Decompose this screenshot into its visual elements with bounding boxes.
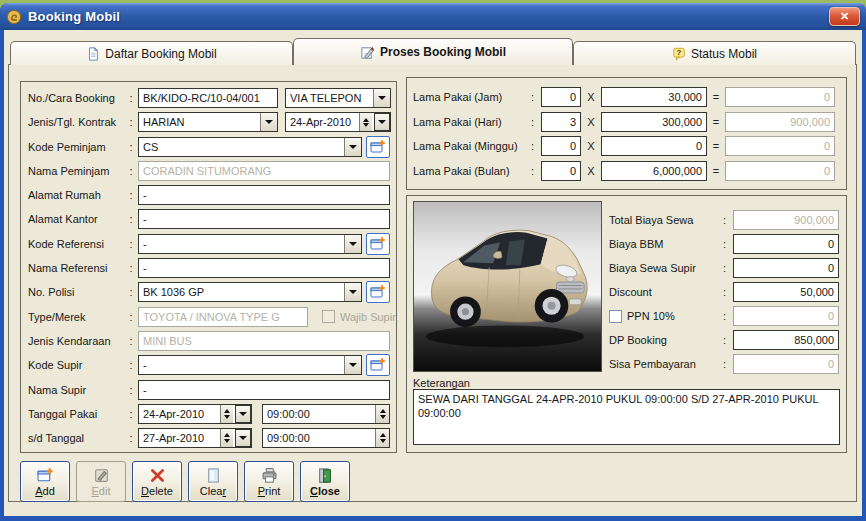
lama-pakai-group: Lama Pakai (Jam) : 0 X 30,000 = 0 Lama P…: [406, 77, 847, 190]
lama-bulan-qty-value: 0: [570, 165, 576, 177]
lama-jam-rate-input[interactable]: 30,000: [601, 87, 707, 107]
no-polisi-value: BK 1036 GP: [143, 286, 344, 298]
date-spinner[interactable]: [220, 429, 233, 447]
jenis-kontrak-select[interactable]: HARIAN: [138, 112, 278, 132]
colon: :: [124, 213, 138, 225]
lama-pakai-hari-label: Lama Pakai (Hari): [413, 116, 531, 128]
dropdown-arrow-button[interactable]: [344, 283, 361, 301]
alamat-kantor-label: Alamat Kantor: [28, 213, 124, 225]
time-spinner[interactable]: [375, 429, 389, 447]
edit-icon: [92, 467, 111, 484]
alamat-kantor-input[interactable]: -: [138, 209, 390, 229]
no-polisi-new-button[interactable]: [366, 281, 390, 303]
ppn-label: PPN 10%: [627, 310, 675, 322]
lama-bulan-rate-input[interactable]: 6,000,000: [601, 161, 707, 181]
lama-hari-rate-input[interactable]: 300,000: [601, 112, 707, 132]
biaya-bbm-label: Biaya BBM: [609, 238, 663, 250]
lama-bulan-subtotal-value: 0: [824, 165, 830, 177]
dropdown-arrow-button[interactable]: [344, 138, 361, 156]
equals-symbol: =: [707, 165, 725, 177]
print-button[interactable]: Print: [244, 461, 294, 502]
lama-minggu-rate-input[interactable]: 0: [601, 136, 707, 156]
kode-referensi-new-button[interactable]: [366, 233, 390, 255]
kode-peminjam-new-button[interactable]: [366, 136, 390, 158]
lama-jam-qty-input[interactable]: 0: [541, 87, 581, 107]
lama-pakai-bulan-label: Lama Pakai (Bulan): [413, 165, 531, 177]
sd-tanggal-time-value: 09:00:00: [267, 432, 375, 444]
discount-value: 50,000: [800, 286, 834, 298]
tab-status-mobil[interactable]: ? Status Mobil: [573, 41, 856, 65]
type-merek-label: Type/Merek: [28, 311, 124, 323]
nama-supir-input[interactable]: -: [138, 380, 390, 400]
delete-button[interactable]: Delete: [132, 461, 182, 502]
discount-input[interactable]: 50,000: [733, 282, 839, 302]
nama-referensi-input[interactable]: -: [138, 258, 390, 278]
colon: :: [124, 359, 138, 371]
type-merek-input: TOYOTA / INNOVA TYPE G: [138, 307, 308, 327]
alamat-rumah-input[interactable]: -: [138, 185, 390, 205]
date-dropdown-button[interactable]: [374, 113, 390, 131]
lama-minggu-qty-input[interactable]: 0: [541, 136, 581, 156]
lama-jam-rate-value: 30,000: [668, 91, 702, 103]
wajib-supir-checkbox: [322, 310, 335, 323]
add-icon: [36, 467, 55, 484]
title-bar: Booking Mobil ✕: [0, 3, 866, 30]
biaya-bbm-input[interactable]: 0: [733, 234, 839, 254]
kode-supir-select[interactable]: -: [138, 355, 362, 375]
sd-tanggal-label: s/d Tanggal: [28, 432, 124, 444]
add-button[interactable]: Add: [20, 461, 70, 502]
clear-page-icon: [204, 467, 223, 484]
lama-minggu-subtotal-value: 0: [824, 140, 830, 152]
dropdown-arrow-button[interactable]: [344, 235, 361, 253]
kode-referensi-select[interactable]: -: [138, 234, 362, 254]
kode-supir-new-button[interactable]: [366, 354, 390, 376]
colon: :: [531, 116, 541, 128]
lama-pakai-jam-label: Lama Pakai (Jam): [413, 91, 531, 103]
jenis-kendaraan-label: Jenis Kendaraan: [28, 335, 124, 347]
kode-supir-label: Kode Supir: [28, 359, 124, 371]
lama-hari-subtotal-field: 900,000: [725, 112, 835, 132]
kontrak-date-picker[interactable]: 24-Apr-2010: [285, 112, 391, 132]
tab-proses-booking-mobil[interactable]: Proses Booking Mobil: [293, 38, 573, 65]
date-spinner[interactable]: [220, 405, 233, 423]
ppn-value: 0: [828, 310, 834, 322]
lama-bulan-qty-input[interactable]: 0: [541, 161, 581, 181]
dropdown-arrow-button[interactable]: [373, 89, 390, 107]
equals-symbol: =: [707, 140, 725, 152]
time-spinner[interactable]: [375, 405, 389, 423]
lama-minggu-rate-value: 0: [696, 140, 702, 152]
close-button-toolbar[interactable]: Close: [300, 461, 350, 502]
dropdown-arrow-button[interactable]: [260, 113, 277, 131]
ppn-checkbox[interactable]: [609, 310, 622, 323]
nama-peminjam-label: Nama Peminjam: [28, 165, 124, 177]
kode-peminjam-label: Kode Peminjam: [28, 141, 124, 153]
multiply-symbol: X: [581, 91, 601, 103]
close-button[interactable]: ✕: [829, 7, 860, 26]
tanggal-pakai-date-picker[interactable]: 24-Apr-2010: [138, 404, 252, 424]
date-dropdown-button[interactable]: [235, 405, 251, 423]
multiply-symbol: X: [581, 140, 601, 152]
biaya-sewa-supir-input[interactable]: 0: [733, 258, 839, 278]
kode-peminjam-select[interactable]: CS: [138, 137, 362, 157]
colon: :: [531, 165, 541, 177]
dropdown-arrow-button[interactable]: [344, 356, 361, 374]
tanggal-pakai-time-value: 09:00:00: [267, 408, 375, 420]
total-biaya-sewa-field: 900,000: [733, 210, 839, 230]
sd-tanggal-date-picker[interactable]: 27-Apr-2010: [138, 428, 252, 448]
ppn-field: 0: [733, 306, 839, 326]
date-dropdown-button[interactable]: [235, 429, 251, 447]
tanggal-pakai-time-input[interactable]: 09:00:00: [262, 404, 390, 424]
lama-hari-qty-input[interactable]: 3: [541, 112, 581, 132]
clear-button[interactable]: Clear: [188, 461, 238, 502]
no-polisi-select[interactable]: BK 1036 GP: [138, 282, 362, 302]
booking-number-input[interactable]: BK/KIDO-RC/10-04/001: [138, 88, 278, 108]
tanggal-pakai-label: Tanggal Pakai: [28, 408, 124, 420]
dp-booking-input[interactable]: 850,000: [733, 330, 839, 350]
total-biaya-sewa-label: Total Biaya Sewa: [609, 214, 693, 226]
tab-daftar-booking-mobil[interactable]: Daftar Booking Mobil: [10, 41, 293, 65]
date-spinner[interactable]: [359, 113, 372, 131]
keterangan-textarea[interactable]: SEWA DARI TANGGAL 24-APR-2010 PUKUL 09:0…: [413, 389, 840, 445]
vehicle-photo: [413, 201, 602, 372]
cara-booking-select[interactable]: VIA TELEPON: [285, 88, 391, 108]
sd-tanggal-time-input[interactable]: 09:00:00: [262, 428, 390, 448]
